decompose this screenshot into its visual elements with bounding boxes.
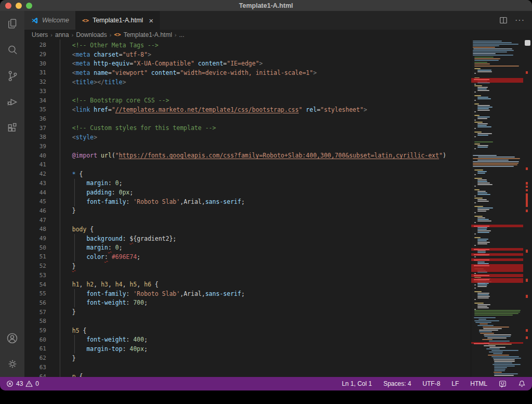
code-line: 33 <box>24 87 471 96</box>
code-line: 39 <box>24 142 471 151</box>
line-number: 34 <box>24 97 58 104</box>
minimap-line <box>474 216 483 217</box>
minimap-line <box>480 333 494 334</box>
minimap-line <box>477 126 491 127</box>
code-line: 61 margin-top: 40px; <box>24 344 471 354</box>
minimap-line <box>474 256 476 257</box>
extensions-icon[interactable] <box>0 115 24 141</box>
minimap-line <box>474 198 483 199</box>
code-line: 28 <!-- Other Meta Tags --> <box>24 41 471 50</box>
close-window-button[interactable] <box>5 3 11 9</box>
split-editor-icon[interactable] <box>499 16 508 24</box>
line-number: 38 <box>24 134 58 140</box>
indentation-setting[interactable]: Spaces: 4 <box>383 380 411 387</box>
tab-template1-a[interactable]: <> Template1-A.html × <box>76 11 160 30</box>
minimize-window-button[interactable] <box>16 3 22 9</box>
more-actions-icon[interactable]: ··· <box>515 16 525 25</box>
scrollbar-indicator[interactable] <box>525 40 530 46</box>
code-editor[interactable]: 28 <!-- Other Meta Tags -->29 <meta char… <box>24 40 471 377</box>
problems-indicator[interactable]: 43 0 <box>6 380 39 387</box>
error-decoration <box>526 250 528 253</box>
line-number: 32 <box>24 79 58 85</box>
code-line: 36 <box>24 114 471 124</box>
tab-close-icon[interactable]: × <box>149 17 153 24</box>
code-line: 62 } <box>24 354 471 363</box>
line-number: 52 <box>24 263 58 269</box>
minimap-line <box>474 237 481 238</box>
status-bar: 43 0 Ln 1, Col 1 Spaces: 4 UTF-8 LF HTML <box>0 377 532 390</box>
minimap-line <box>474 84 476 85</box>
settings-gear-icon[interactable] <box>0 351 24 377</box>
encoding-setting[interactable]: UTF-8 <box>422 380 440 387</box>
explorer-icon[interactable] <box>0 11 24 37</box>
traffic-lights <box>5 0 32 11</box>
breadcrumb-item[interactable]: anna <box>55 31 69 38</box>
breadcrumb-item[interactable]: Downloads <box>76 31 107 38</box>
language-mode[interactable]: HTML <box>470 380 487 387</box>
code-line: 34 <!-- Bootstrap core CSS --> <box>24 96 471 105</box>
minimap-line <box>477 108 489 109</box>
minimap-line <box>474 320 499 321</box>
run-debug-icon[interactable] <box>0 89 24 115</box>
minimap-line <box>474 141 493 142</box>
breadcrumb-item[interactable]: Template1-A.html <box>124 31 172 38</box>
minimap-line <box>474 111 476 112</box>
minimap-line <box>477 294 489 295</box>
code-line: 35 <link href="//templates.marketo.net/t… <box>24 105 471 114</box>
minimap-line <box>474 73 476 74</box>
minimap-line <box>483 327 509 328</box>
minimap-line <box>473 155 497 156</box>
cursor-position[interactable]: Ln 1, Col 1 <box>342 380 372 387</box>
minimap-line <box>474 233 476 234</box>
minimap-line <box>477 220 491 221</box>
feedback-icon[interactable] <box>499 380 507 388</box>
minimap-line <box>494 366 515 367</box>
source-control-icon[interactable] <box>0 63 24 89</box>
tab-welcome-label: Welcome <box>42 17 69 24</box>
code-line: 32 <title></title> <box>24 77 471 87</box>
minimap-line <box>473 161 519 162</box>
minimap-line <box>477 230 491 231</box>
minimap-line <box>477 133 492 134</box>
error-decoration <box>526 167 528 170</box>
line-number: 47 <box>24 217 58 224</box>
breadcrumb-item[interactable]: Users <box>32 31 48 38</box>
minimap-line <box>477 194 490 195</box>
minimap-line <box>477 293 489 294</box>
search-icon[interactable] <box>0 37 24 63</box>
line-number: 51 <box>24 253 58 260</box>
account-icon[interactable] <box>0 325 24 351</box>
line-content: font-family: 'Roboto Slab',Arial,sans-se… <box>58 198 245 205</box>
minimap-line <box>474 174 476 175</box>
minimap-error-band <box>471 225 523 227</box>
zoom-window-button[interactable] <box>26 3 32 9</box>
line-number: 42 <box>24 171 58 177</box>
minimap-error-band <box>471 264 523 272</box>
minimap-line <box>474 122 483 123</box>
minimap-line <box>489 351 503 353</box>
code-line: 37 <!-- Custom styles for this template … <box>24 123 471 133</box>
minimap-error-band <box>471 278 523 283</box>
minimap-line <box>474 62 487 63</box>
minimap-line <box>477 219 489 220</box>
breadcrumb-item[interactable]: ... <box>179 31 184 38</box>
line-number: 64 <box>24 373 58 377</box>
minimap[interactable] <box>471 40 523 377</box>
minimap-line <box>477 209 489 210</box>
line-number: 30 <box>24 60 58 67</box>
minimap-line <box>488 344 512 345</box>
line-number: 40 <box>24 152 58 159</box>
minimap-line <box>477 191 486 192</box>
minimap-line <box>477 211 486 212</box>
minimap-line <box>494 361 515 362</box>
line-number: 33 <box>24 88 58 95</box>
notifications-bell-icon[interactable] <box>518 380 526 388</box>
tab-welcome[interactable]: Welcome <box>24 11 76 30</box>
minimap-line <box>473 50 514 51</box>
eol-setting[interactable]: LF <box>451 380 459 387</box>
line-content: p { <box>58 373 83 377</box>
overview-ruler[interactable] <box>523 40 532 377</box>
minimap-line <box>474 315 513 316</box>
minimap-line <box>477 135 488 136</box>
line-content: font-weight: 700; <box>58 299 148 306</box>
